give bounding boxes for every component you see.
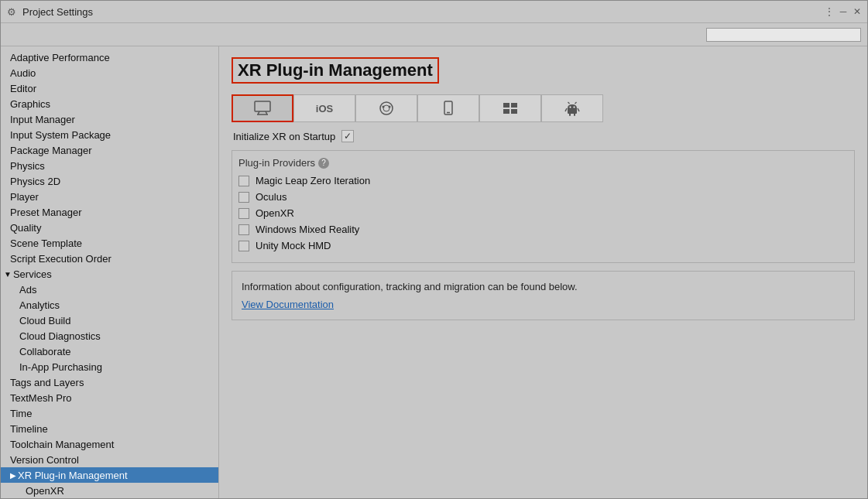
tab-ios[interactable]: iOS [293, 94, 355, 122]
sidebar-item-ads[interactable]: Ads [1, 282, 218, 297]
sidebar-item-cloud-build[interactable]: Cloud Build [1, 313, 218, 328]
provider-row-oculus: Oculus [238, 191, 848, 203]
tab-android[interactable] [541, 94, 603, 122]
sidebar-item-openxr[interactable]: OpenXR [1, 483, 218, 498]
close-button[interactable]: ✕ [852, 6, 863, 17]
platform-tabs: iOS [232, 94, 855, 122]
unity-mock-hmd-checkbox[interactable] [238, 241, 249, 251]
main-content: Adaptive Performance Audio Editor Graphi… [1, 46, 867, 498]
svg-rect-13 [511, 109, 517, 114]
providers-title: Plug-in Providers ? [238, 157, 848, 169]
svg-rect-11 [511, 103, 517, 108]
sidebar-item-timeline[interactable]: Timeline [1, 421, 218, 436]
info-text: Information about configuration, trackin… [242, 281, 845, 292]
tab-windows[interactable] [479, 94, 541, 122]
sidebar-item-in-app-purchasing[interactable]: In-App Purchasing [1, 359, 218, 374]
sidebar-item-version-control[interactable]: Version Control [1, 452, 218, 467]
oculus-checkbox[interactable] [238, 192, 249, 203]
magic-leap-checkbox[interactable] [238, 176, 249, 186]
oculus-label: Oculus [256, 191, 286, 203]
title-bar-left: ⚙ Project Settings [5, 5, 93, 18]
provider-row-magic-leap: Magic Leap Zero Iteration [238, 175, 848, 186]
svg-rect-10 [503, 103, 509, 108]
provider-row-openxr: OpenXR [238, 207, 848, 219]
windows-mixed-reality-checkbox[interactable] [238, 224, 249, 235]
gamepad-icon [377, 101, 396, 116]
sidebar-item-scene-template[interactable]: Scene Template [1, 235, 218, 251]
sidebar-item-input-system-package[interactable]: Input System Package [1, 127, 218, 142]
init-xr-checkbox[interactable]: ✓ [341, 130, 354, 142]
sidebar-item-cloud-diagnostics[interactable]: Cloud Diagnostics [1, 328, 218, 343]
svg-point-17 [574, 107, 575, 108]
project-settings-window: ⚙ Project Settings ⋮ ─ ✕ Adaptive Perfor… [0, 0, 868, 499]
sidebar-services-label: Services [13, 268, 52, 280]
sidebar-item-quality[interactable]: Quality [1, 220, 218, 235]
sidebar-item-physics[interactable]: Physics [1, 158, 218, 173]
sidebar-item-time[interactable]: Time [1, 405, 218, 421]
svg-line-15 [578, 108, 579, 111]
tab-gamepad[interactable] [355, 94, 417, 122]
svg-line-19 [575, 102, 577, 104]
sidebar-item-tags-and-layers[interactable]: Tags and Layers [1, 374, 218, 390]
svg-point-7 [389, 106, 391, 108]
menu-button[interactable]: ⋮ [824, 6, 835, 17]
sidebar-item-player[interactable]: Player [1, 189, 218, 204]
providers-box: Plug-in Providers ? Magic Leap Zero Iter… [232, 150, 855, 263]
sidebar-item-input-manager[interactable]: Input Manager [1, 111, 218, 127]
windows-icon [501, 101, 520, 116]
sidebar-item-preset-manager[interactable]: Preset Manager [1, 204, 218, 220]
sidebar-item-xr-plugin-management[interactable]: ▶ XR Plug-in Management [1, 467, 218, 483]
tab-lumin[interactable] [417, 94, 479, 122]
init-xr-label: Initialize XR on Startup [233, 131, 335, 142]
search-input[interactable] [706, 28, 861, 42]
ios-label: iOS [316, 103, 333, 114]
svg-line-14 [565, 108, 567, 111]
unity-mock-hmd-label: Unity Mock HMD [256, 240, 331, 251]
init-xr-row: Initialize XR on Startup ✓ [232, 130, 855, 142]
tab-standalone[interactable] [232, 94, 293, 122]
sidebar-item-toolchain-management[interactable]: Toolchain Management [1, 436, 218, 452]
window-title: Project Settings [22, 6, 93, 18]
openxr-checkbox[interactable] [238, 208, 249, 219]
title-bar: ⚙ Project Settings ⋮ ─ ✕ [1, 1, 867, 23]
sidebar: Adaptive Performance Audio Editor Graphi… [1, 46, 219, 498]
sidebar-item-audio[interactable]: Audio [1, 65, 218, 80]
provider-row-unity-mock-hmd: Unity Mock HMD [238, 240, 848, 251]
provider-row-windows-mixed-reality: Windows Mixed Reality [238, 224, 848, 235]
sidebar-item-script-execution-order[interactable]: Script Execution Order [1, 251, 218, 266]
sidebar-item-analytics[interactable]: Analytics [1, 297, 218, 313]
desktop-icon [253, 101, 272, 116]
search-bar [1, 23, 867, 46]
android-icon [563, 101, 582, 116]
checkmark-icon: ✓ [344, 131, 352, 142]
sidebar-item-adaptive-performance[interactable]: Adaptive Performance [1, 50, 218, 65]
svg-point-6 [383, 106, 385, 108]
device-icon [439, 101, 458, 116]
sidebar-item-collaborate[interactable]: Collaborate [1, 343, 218, 359]
triangle-right-icon: ▶ [10, 471, 16, 480]
sidebar-item-graphics[interactable]: Graphics [1, 96, 218, 111]
openxr-label: OpenXR [256, 207, 294, 219]
svg-point-16 [570, 107, 571, 108]
title-bar-controls: ⋮ ─ ✕ [824, 6, 863, 17]
svg-line-18 [568, 102, 570, 104]
svg-rect-12 [503, 109, 509, 114]
view-documentation-link[interactable]: View Documentation [242, 299, 334, 310]
window-icon: ⚙ [5, 5, 18, 18]
sidebar-item-package-manager[interactable]: Package Manager [1, 142, 218, 158]
content-area: XR Plug-in Management iOS [219, 46, 867, 498]
svg-rect-0 [255, 101, 270, 111]
providers-label: Plug-in Providers [238, 157, 315, 169]
windows-mixed-reality-label: Windows Mixed Reality [256, 224, 359, 235]
help-icon[interactable]: ? [318, 158, 329, 169]
triangle-down-icon: ▼ [4, 270, 12, 279]
sidebar-item-xr-label: XR Plug-in Management [18, 470, 128, 481]
sidebar-services-toggle[interactable]: ▼ Services [1, 266, 218, 282]
magic-leap-label: Magic Leap Zero Iteration [256, 175, 370, 186]
sidebar-item-physics-2d[interactable]: Physics 2D [1, 173, 218, 189]
page-title: XR Plug-in Management [232, 57, 439, 84]
minimize-button[interactable]: ─ [838, 6, 849, 17]
sidebar-item-textmesh-pro[interactable]: TextMesh Pro [1, 390, 218, 405]
svg-point-4 [380, 102, 393, 114]
sidebar-item-editor[interactable]: Editor [1, 80, 218, 96]
